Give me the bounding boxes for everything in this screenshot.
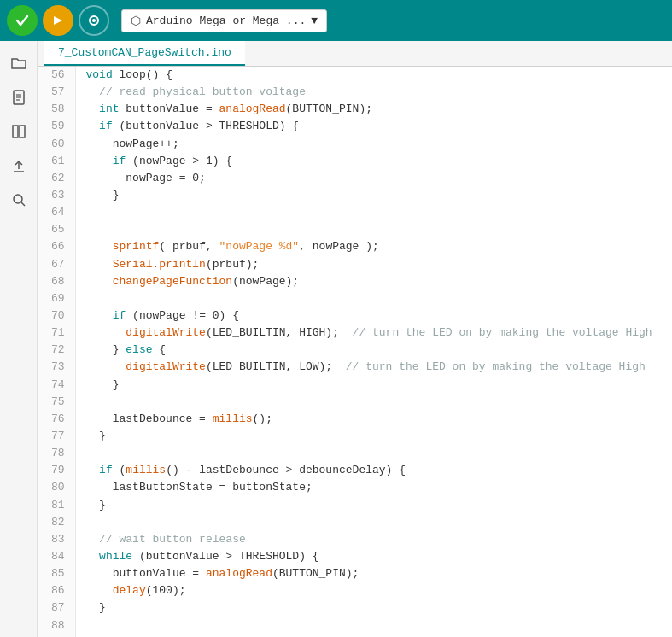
table-row: 71 digitalWrite(LED_BUILTIN, HIGH); // t… xyxy=(38,324,672,342)
code-token: (prbuf); xyxy=(206,258,259,271)
code-token: (nowPage != 0) { xyxy=(126,309,239,322)
code-token: millis xyxy=(213,412,253,425)
line-code: void loop() { xyxy=(75,67,672,84)
verify-button[interactable] xyxy=(7,5,38,36)
svg-rect-7 xyxy=(13,126,18,137)
line-number: 71 xyxy=(38,324,75,342)
line-code: digitalWrite(LED_BUILTIN, LOW); // turn … xyxy=(75,359,672,376)
table-row: 58 int buttonValue = analogRead(BUTTON_P… xyxy=(38,101,672,118)
code-token: digitalWrite xyxy=(86,360,206,373)
line-number: 67 xyxy=(38,256,75,273)
line-number: 73 xyxy=(38,359,75,376)
code-token: // wait button release xyxy=(86,533,246,546)
code-token: lastButtonState = buttonState; xyxy=(86,481,313,494)
code-token: sprintf xyxy=(86,240,160,253)
table-row: 70 if (nowPage != 0) { xyxy=(38,307,672,324)
line-code xyxy=(75,290,672,307)
table-row: 57 // read physical button voltage xyxy=(38,84,672,101)
sidebar-icon-search[interactable] xyxy=(3,184,34,215)
code-token: analogRead xyxy=(206,567,272,580)
code-token: if xyxy=(86,155,126,167)
code-token: buttonValue = xyxy=(86,567,206,580)
table-row: 59 if (buttonValue > THRESHOLD) { xyxy=(38,118,672,135)
table-row: 80 lastButtonState = buttonState; xyxy=(38,479,672,496)
code-token: lastDebounce = xyxy=(86,412,213,425)
code-token: } xyxy=(86,601,106,614)
table-row: 64 xyxy=(38,204,672,221)
code-token: , nowPage ); xyxy=(299,240,379,253)
upload-button[interactable] xyxy=(43,5,73,36)
line-code: Serial.println(prbuf); xyxy=(75,256,672,273)
table-row: 79 if (millis() - lastDebounce > debounc… xyxy=(38,462,672,479)
toolbar: ⬡ Arduino Mega or Mega ... ▼ xyxy=(0,0,672,41)
code-token: else xyxy=(126,343,152,356)
table-row: 88 xyxy=(38,617,672,634)
line-number: 88 xyxy=(38,617,75,634)
table-row: 89 delay(100); // send data per 100ms xyxy=(38,634,672,637)
code-token: if xyxy=(86,464,113,476)
debug-button[interactable] xyxy=(79,5,109,36)
line-number: 78 xyxy=(38,445,75,462)
code-token: (100); xyxy=(146,584,186,597)
code-token: (BUTTON_PIN); xyxy=(272,567,359,580)
line-code: // wait button release xyxy=(75,531,672,548)
table-row: 73 digitalWrite(LED_BUILTIN, LOW); // tu… xyxy=(38,359,672,376)
table-row: 65 xyxy=(38,221,672,238)
line-code xyxy=(75,617,672,634)
table-row: 61 if (nowPage > 1) { xyxy=(38,153,672,170)
code-token: { xyxy=(153,343,167,356)
code-token: } xyxy=(86,499,106,511)
line-code xyxy=(75,445,672,462)
code-token: analogRead xyxy=(219,102,286,115)
line-code xyxy=(75,204,672,221)
sidebar-icon-file[interactable] xyxy=(3,82,34,113)
line-number: 56 xyxy=(38,67,75,84)
line-code: sprintf( prbuf, "nowPage %d", nowPage ); xyxy=(75,238,672,255)
line-number: 80 xyxy=(38,479,75,496)
code-token: ( xyxy=(113,464,126,476)
line-code: if (buttonValue > THRESHOLD) { xyxy=(75,118,672,135)
line-code: } xyxy=(75,599,672,617)
table-row: 77 } xyxy=(38,428,672,445)
code-token: digitalWrite xyxy=(86,326,206,339)
line-number: 65 xyxy=(38,221,75,238)
table-row: 60 nowPage++; xyxy=(38,136,672,153)
sidebar-icon-upload[interactable] xyxy=(3,150,34,181)
board-selector[interactable]: ⬡ Arduino Mega or Mega ... ▼ xyxy=(121,9,327,32)
board-name-label: Arduino Mega or Mega ... xyxy=(146,15,306,27)
code-token: (buttonValue > THRESHOLD) { xyxy=(113,120,299,132)
code-editor[interactable]: 56void loop() {57 // read physical butto… xyxy=(38,67,672,637)
line-number: 66 xyxy=(38,238,75,255)
line-number: 86 xyxy=(38,582,75,599)
svg-point-2 xyxy=(92,19,96,22)
code-token: void xyxy=(86,68,113,81)
sidebar-icon-book[interactable] xyxy=(3,116,34,147)
file-tab-main[interactable]: 7_CustomCAN_PageSwitch.ino xyxy=(44,41,245,66)
table-row: 78 xyxy=(38,445,672,462)
code-token: } xyxy=(86,430,106,442)
line-number: 64 xyxy=(38,204,75,221)
code-token: () - lastDebounce > debounceDelay) { xyxy=(166,464,406,476)
table-row: 87 } xyxy=(38,599,672,617)
table-row: 81 } xyxy=(38,497,672,514)
line-number: 60 xyxy=(38,136,75,153)
line-number: 61 xyxy=(38,153,75,170)
line-number: 85 xyxy=(38,565,75,582)
line-number: 81 xyxy=(38,497,75,514)
table-row: 62 nowPage = 0; xyxy=(38,170,672,187)
line-code: lastButtonState = buttonState; xyxy=(75,479,672,496)
code-token: if xyxy=(86,120,113,132)
code-token: (LED_BUILTIN, HIGH); xyxy=(206,326,353,339)
line-code xyxy=(75,394,672,411)
line-code: digitalWrite(LED_BUILTIN, HIGH); // turn… xyxy=(75,324,672,342)
code-token: changePageFunction xyxy=(86,275,233,288)
table-row: 67 Serial.println(prbuf); xyxy=(38,256,672,273)
sidebar-icon-folder[interactable] xyxy=(3,48,34,79)
svg-rect-8 xyxy=(20,126,25,137)
code-token: millis xyxy=(126,464,166,476)
line-number: 63 xyxy=(38,187,75,204)
line-code: nowPage++; xyxy=(75,136,672,153)
svg-point-11 xyxy=(14,195,22,203)
code-token: } xyxy=(86,189,120,202)
line-number: 72 xyxy=(38,342,75,359)
